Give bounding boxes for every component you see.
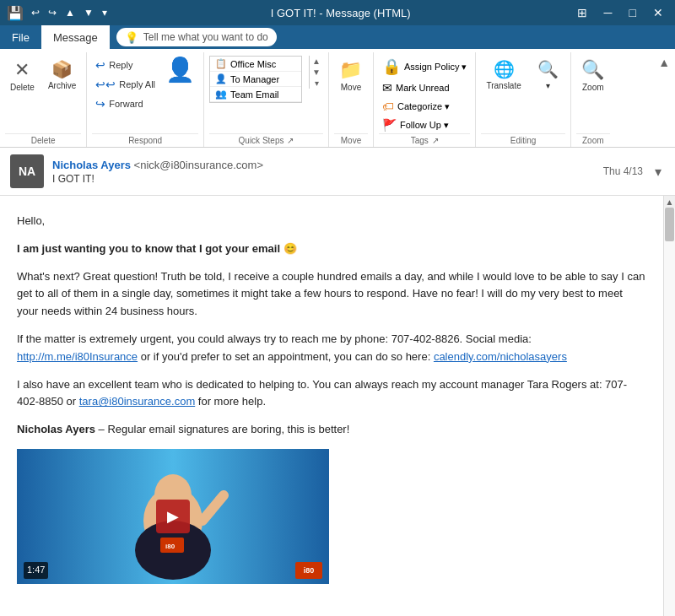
ribbon-group-quicksteps: 📋 Office Misc 👤 To Manager 👥 Team Email …	[204, 52, 329, 147]
follow-up-icon: 🚩	[382, 118, 397, 132]
qs-scroll-up[interactable]: ▲	[310, 56, 323, 67]
contact-icon: 👤	[165, 56, 195, 84]
paragraph4: I also have an excellent team who is ded…	[17, 376, 646, 412]
title-bar-left: 💾 ↩ ↪ ▲ ▼ ▾	[7, 5, 110, 21]
tags-group-content: 🔒 Assign Policy ▾ ✉ Mark Unread 🏷 Catego…	[379, 56, 470, 133]
ribbon-group-move: 📁 Move Move	[329, 52, 374, 147]
tags-expand-icon[interactable]: ↗	[432, 136, 439, 145]
archive-icon: 📦	[51, 59, 73, 79]
outlook-icon: 💾	[7, 5, 24, 21]
translate-button[interactable]: 🌐 Translate	[481, 56, 526, 94]
qs-scroll-down[interactable]: ▼	[310, 67, 323, 78]
quick-steps-list: 📋 Office Misc 👤 To Manager 👥 Team Email	[209, 56, 302, 103]
qs-office-label: Office Misc	[230, 59, 276, 69]
delete-button[interactable]: ✕ Delete	[5, 56, 40, 95]
qs-team-label: Team Email	[230, 89, 278, 100]
forward-button[interactable]: ↪ Forward	[92, 95, 159, 113]
ribbon-group-tags: 🔒 Assign Policy ▾ ✉ Mark Unread 🏷 Catego…	[374, 52, 476, 147]
tile-button[interactable]: ⊞	[572, 4, 592, 21]
reply-button[interactable]: ↩ Reply	[92, 56, 159, 74]
move-label: Move	[341, 83, 361, 92]
forward-icon: ↪	[95, 97, 105, 111]
calendly-link[interactable]: calendly.com/nicholasayers	[434, 350, 567, 363]
editing-more-label: ▾	[546, 81, 550, 90]
qs-scroll: ▲ ▼ ▾	[309, 56, 323, 89]
tab-message[interactable]: Message	[41, 25, 110, 49]
redo-button[interactable]: ↪	[46, 5, 59, 20]
mark-unread-button[interactable]: ✉ Mark Unread	[379, 79, 470, 96]
tell-me-input[interactable]: 💡 Tell me what you want to do	[116, 28, 277, 46]
archive-button[interactable]: 📦 Archive	[43, 56, 81, 94]
play-button[interactable]: ▶	[156, 500, 190, 533]
qs-team-email[interactable]: 👥 Team Email	[210, 87, 301, 102]
move-button[interactable]: 📁 Move	[334, 56, 368, 95]
ribbon-group-respond: ↩ Reply ↩↩ Reply All ↪ Forward 👤 Respond	[87, 52, 204, 147]
sender-name: Nicholas Ayers	[52, 159, 131, 171]
tara-email-link[interactable]: tara@i80insurance.com	[79, 395, 195, 408]
categorize-button[interactable]: 🏷 Categorize ▾	[379, 98, 470, 115]
video-thumbnail[interactable]: i80 ▶ 1:47 i80	[17, 449, 329, 584]
qs-to-manager[interactable]: 👤 To Manager	[210, 72, 301, 87]
assign-policy-button[interactable]: 🔒 Assign Policy ▾	[379, 56, 470, 78]
respond-group-content: ↩ Reply ↩↩ Reply All ↪ Forward 👤	[92, 56, 198, 133]
quicksteps-group-content: 📋 Office Misc 👤 To Manager 👥 Team Email …	[209, 56, 323, 133]
email-subject: I GOT IT!	[52, 173, 595, 185]
close-button[interactable]: ✕	[648, 4, 668, 21]
email-date: Thu 4/13	[603, 165, 643, 177]
ribbon: ✕ Delete 📦 Archive Delete ↩ Reply ↩↩ Rep…	[0, 49, 675, 148]
social-media-link[interactable]: http://m.me/i80Insurance	[17, 350, 138, 363]
forward-label: Forward	[109, 99, 143, 109]
translate-icon: 🌐	[494, 59, 515, 79]
reply-all-label: Reply All	[119, 79, 155, 89]
minimize-button[interactable]: ─	[599, 4, 618, 21]
delete-group-label: Delete	[5, 133, 81, 147]
categorize-label: Categorize ▾	[397, 101, 450, 112]
scroll-up-button[interactable]: ▲	[664, 196, 675, 208]
paragraph3: If the matter is extremely urgent, you c…	[17, 331, 646, 366]
follow-up-button[interactable]: 🚩 Follow Up ▾	[379, 116, 470, 133]
move-icon: 📁	[339, 59, 362, 81]
assign-icon: 🔒	[382, 57, 401, 76]
qs-manager-label: To Manager	[230, 74, 279, 84]
delete-group-content: ✕ Delete 📦 Archive	[5, 56, 81, 133]
avatar: NA	[10, 154, 44, 188]
categorize-icon: 🏷	[382, 100, 394, 113]
down-button[interactable]: ▼	[81, 5, 96, 20]
logo-text: i80	[304, 565, 315, 576]
quicksteps-expand-icon[interactable]: ↗	[287, 136, 294, 145]
tell-me-label: Tell me what you want to do	[143, 31, 268, 43]
email-from: Nicholas Ayers <nick@i80insurance.com>	[52, 159, 595, 171]
maximize-button[interactable]: □	[624, 4, 641, 21]
quicksteps-group-label: Quick Steps ↗	[209, 133, 323, 147]
delete-icon: ✕	[14, 59, 30, 81]
sig-name: Nicholas Ayers	[17, 423, 95, 435]
lightbulb-icon: 💡	[125, 31, 138, 44]
more-qa-button[interactable]: ▾	[100, 5, 110, 20]
zoom-button[interactable]: 🔍 Zoom	[576, 56, 610, 95]
undo-button[interactable]: ↩	[29, 5, 42, 20]
mark-unread-icon: ✉	[382, 81, 392, 95]
up-button[interactable]: ▲	[62, 5, 78, 20]
expand-button[interactable]: ▾	[651, 160, 665, 183]
paragraph2: What's next? Great question! Truth be to…	[17, 268, 646, 321]
tags-col: 🔒 Assign Policy ▾ ✉ Mark Unread 🏷 Catego…	[379, 56, 470, 133]
svg-text:i80: i80	[165, 543, 176, 550]
main-area: NA Nicholas Ayers <nick@i80insurance.com…	[0, 148, 675, 616]
scroll-thumb[interactable]	[665, 208, 674, 241]
qs-scroll-more[interactable]: ▾	[310, 78, 323, 89]
reply-all-button[interactable]: ↩↩ Reply All	[92, 75, 159, 94]
respond-group-label: Respond	[92, 133, 198, 147]
email-header: NA Nicholas Ayers <nick@i80insurance.com…	[0, 148, 675, 196]
tab-file[interactable]: File	[0, 25, 41, 49]
tags-group-label: Tags ↗	[379, 133, 470, 147]
ribbon-group-editing: 🌐 Translate 🔍 ▾ Editing	[476, 52, 570, 147]
qs-office-misc[interactable]: 📋 Office Misc	[210, 57, 301, 72]
ribbon-tabs: File Message 💡 Tell me what you want to …	[0, 25, 675, 49]
mark-unread-label: Mark Unread	[396, 83, 450, 93]
ribbon-collapse-button[interactable]: ▲	[658, 56, 670, 69]
tags-label-text: Tags	[411, 136, 429, 145]
quick-access-toolbar: ↩ ↪ ▲ ▼ ▾	[29, 5, 110, 20]
title-bar: 💾 ↩ ↪ ▲ ▼ ▾ I GOT IT! - Message (HTML) ⊞…	[0, 0, 675, 25]
editing-more-button[interactable]: 🔍 ▾	[532, 56, 565, 94]
para3-mid: or if you'd prefer to set an appointment…	[138, 350, 434, 363]
